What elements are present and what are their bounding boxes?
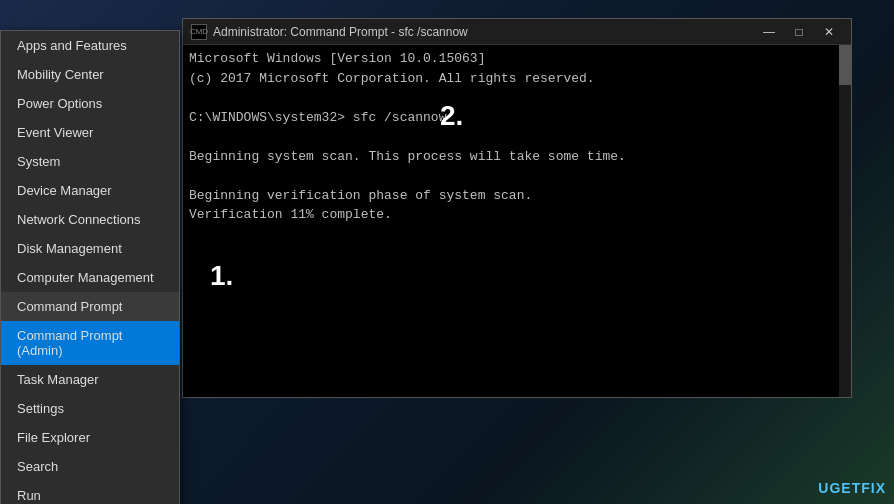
cmd-titlebar: CMD Administrator: Command Prompt - sfc … (183, 19, 851, 45)
desktop: CMD Administrator: Command Prompt - sfc … (0, 0, 894, 504)
cmd-line-1: Microsoft Windows [Version 10.0.15063] (189, 49, 833, 69)
menu-item-command-prompt-admin[interactable]: Command Prompt (Admin) (1, 321, 179, 365)
cmd-line-3 (189, 88, 833, 108)
watermark-text: UGETFIX (818, 480, 886, 496)
menu-item-apps-features[interactable]: Apps and Features (1, 31, 179, 60)
menu-item-system[interactable]: System (1, 147, 179, 176)
menu-item-power-options[interactable]: Power Options (1, 89, 179, 118)
cmd-window: CMD Administrator: Command Prompt - sfc … (182, 18, 852, 398)
menu-item-disk-management[interactable]: Disk Management (1, 234, 179, 263)
menu-item-mobility-center[interactable]: Mobility Center (1, 60, 179, 89)
menu-item-computer-management[interactable]: Computer Management (1, 263, 179, 292)
cmd-line-9: Verification 11% complete. (189, 205, 833, 225)
menu-item-device-manager[interactable]: Device Manager (1, 176, 179, 205)
menu-item-search[interactable]: Search (1, 452, 179, 481)
cmd-line-8: Beginning verification phase of system s… (189, 186, 833, 206)
titlebar-buttons: — □ ✕ (755, 23, 843, 41)
maximize-button[interactable]: □ (785, 23, 813, 41)
cmd-output: Microsoft Windows [Version 10.0.15063] (… (183, 45, 839, 397)
cmd-line-6: Beginning system scan. This process will… (189, 147, 833, 167)
menu-item-file-explorer[interactable]: File Explorer (1, 423, 179, 452)
cmd-icon: CMD (191, 24, 207, 40)
cmd-scrollbar[interactable] (839, 45, 851, 397)
cmd-title: Administrator: Command Prompt - sfc /sca… (213, 25, 755, 39)
menu-item-network-connections[interactable]: Network Connections (1, 205, 179, 234)
menu-item-event-viewer[interactable]: Event Viewer (1, 118, 179, 147)
menu-item-settings[interactable]: Settings (1, 394, 179, 423)
cmd-line-5 (189, 127, 833, 147)
scrollbar-thumb (839, 45, 851, 85)
menu-item-command-prompt[interactable]: Command Prompt (1, 292, 179, 321)
cmd-line-2: (c) 2017 Microsoft Corporation. All righ… (189, 69, 833, 89)
close-button[interactable]: ✕ (815, 23, 843, 41)
minimize-button[interactable]: — (755, 23, 783, 41)
cmd-line-4: C:\WINDOWS\system32> sfc /scannow (189, 108, 833, 128)
watermark: UGETFIX (818, 480, 886, 496)
context-menu: Apps and Features Mobility Center Power … (0, 30, 180, 504)
menu-item-task-manager[interactable]: Task Manager (1, 365, 179, 394)
menu-item-run[interactable]: Run (1, 481, 179, 504)
cmd-line-7 (189, 166, 833, 186)
